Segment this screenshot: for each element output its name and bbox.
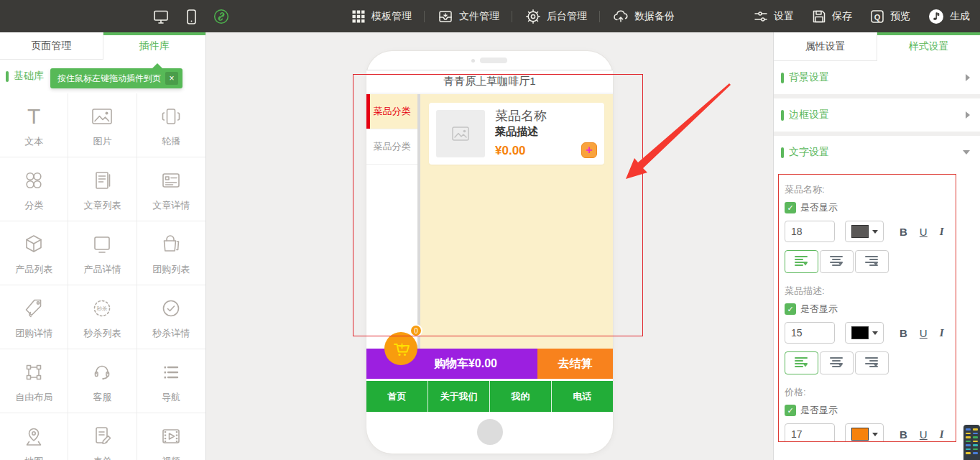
underline-button[interactable]: U (920, 226, 928, 238)
topbar-menu-generate[interactable]: 生成 (928, 8, 970, 25)
tab-style-settings[interactable]: 样式设置 (877, 32, 980, 61)
mobile-icon[interactable] (182, 8, 200, 25)
add-to-cart-button[interactable]: + (581, 142, 597, 158)
menu-label: 保存 (832, 10, 852, 23)
align-center-button[interactable] (820, 351, 854, 374)
bold-button[interactable]: B (900, 226, 907, 238)
checkout-button[interactable]: 去结算 (537, 349, 613, 379)
equalizer-widget (963, 425, 980, 460)
grid-icon (351, 9, 366, 24)
plugin-item-video[interactable]: 视频 (137, 413, 205, 460)
plugin-grid: T文本图片轮播分类文章列表文章详情产品列表产品详情团购列表团购详情秒杀秒杀列表秒… (0, 93, 205, 460)
color-dropdown[interactable] (845, 322, 884, 344)
topbar-menu-preview[interactable]: Q预览 (869, 9, 910, 24)
section-label: 背景设置 (789, 71, 829, 84)
show-checkbox[interactable]: ✓ (785, 303, 796, 315)
plugin-label: 团购列表 (152, 263, 190, 276)
italic-button[interactable]: I (940, 327, 944, 339)
freelayout-icon (21, 359, 47, 386)
plugin-item-map[interactable]: 地图 (0, 413, 68, 460)
equalizer-stripe (966, 428, 971, 431)
plugin-item-seckill-list[interactable]: 秒杀秒杀列表 (68, 285, 137, 349)
plugin-item-text[interactable]: T文本 (0, 93, 68, 157)
align-right-button[interactable] (855, 250, 889, 273)
italic-button[interactable]: I (940, 226, 944, 238)
bold-button[interactable]: B (900, 428, 907, 441)
plugin-label: 客服 (93, 391, 111, 404)
section-background-settings[interactable]: 背景设置 (774, 61, 980, 94)
nav-icon (158, 359, 184, 386)
font-size-input[interactable] (785, 423, 835, 442)
plugin-item-nav[interactable]: 导航 (137, 349, 205, 413)
color-swatch (851, 326, 869, 339)
setting-label: 菜品名称: (785, 183, 948, 196)
font-size-input[interactable] (785, 221, 835, 242)
plugin-item-groupbuy-list[interactable]: 团购列表 (137, 221, 205, 285)
phone-category-item[interactable]: 菜品分类 (366, 129, 417, 165)
phone-nav-item[interactable]: 首页 (366, 381, 427, 412)
equalizer-stripe (966, 452, 971, 454)
topbar-menu-data-backup[interactable]: 数据备份 (612, 8, 675, 25)
plugin-label: 轮播 (162, 135, 180, 148)
underline-button[interactable]: U (920, 428, 928, 441)
plugin-item-seckill-detail[interactable]: 秒杀详情 (137, 285, 205, 349)
align-right-button[interactable] (855, 351, 889, 374)
tab-plugin-library[interactable]: 插件库 (103, 32, 206, 60)
phone-bottom-nav: 首页关于我们我的电话 (366, 381, 613, 412)
menu-label: 模板管理 (371, 10, 412, 23)
color-dropdown[interactable] (845, 221, 884, 242)
align-left-button[interactable] (785, 250, 818, 273)
plugin-item-product-list[interactable]: 产品列表 (0, 221, 68, 285)
plugin-item-form[interactable]: 表单 (68, 413, 137, 460)
desktop-icon[interactable] (152, 8, 170, 25)
section-border-settings[interactable]: 边框设置 (774, 98, 980, 132)
text-style-buttons: BUI (900, 428, 944, 441)
show-checkbox[interactable]: ✓ (785, 405, 796, 416)
topbar-menu-file-manage[interactable]: 文件管理 (437, 8, 499, 25)
plugin-label: 视频 (162, 455, 180, 460)
sliders-icon (753, 9, 769, 24)
seckill-list-icon: 秒杀 (89, 295, 115, 322)
plugin-item-freelayout[interactable]: 自由布局 (0, 349, 68, 413)
plugin-item-article-list[interactable]: 文章列表 (68, 157, 137, 221)
color-dropdown[interactable] (845, 423, 884, 442)
plugin-item-image[interactable]: 图片 (68, 93, 137, 157)
align-center-button[interactable] (820, 250, 854, 273)
phone-home-button[interactable] (477, 419, 503, 445)
phone-nav-item[interactable]: 关于我们 (427, 381, 489, 412)
plugin-label: 文章详情 (152, 199, 190, 212)
phone-category-item[interactable]: 菜品分类 (366, 94, 417, 129)
plugin-item-category[interactable]: 分类 (0, 157, 68, 221)
phone-nav-item[interactable]: 我的 (489, 381, 551, 412)
text-style-buttons: BUI (900, 327, 944, 339)
topbar-menu-template-manage[interactable]: 模板管理 (351, 9, 412, 24)
plugin-item-product-detail[interactable]: 产品详情 (68, 221, 137, 285)
cart-count-badge: 0 (410, 324, 422, 337)
tab-page-manage[interactable]: 页面管理 (0, 32, 103, 60)
font-row: BUI (785, 321, 948, 344)
show-checkbox[interactable]: ✓ (785, 202, 796, 213)
plugin-label: 产品详情 (83, 263, 121, 276)
cart-icon-button[interactable] (384, 332, 417, 365)
tooltip-close-button[interactable]: × (165, 72, 178, 85)
align-left-button[interactable] (785, 351, 818, 374)
font-size-input[interactable] (785, 322, 835, 344)
phone-nav-item[interactable]: 电话 (551, 381, 613, 412)
section-text-settings[interactable]: 文字设置 (774, 136, 980, 169)
plugin-item-groupbuy-detail[interactable]: 团购详情 (0, 285, 68, 349)
bold-button[interactable]: B (900, 327, 907, 339)
plugin-item-service[interactable]: 客服 (68, 349, 137, 413)
italic-button[interactable]: I (940, 428, 944, 441)
plugin-item-article-detail[interactable]: 文章详情 (137, 157, 205, 221)
topbar-menu-admin-manage[interactable]: 后台管理 (524, 8, 587, 25)
align-center-icon (830, 255, 843, 269)
link-icon[interactable] (213, 8, 230, 25)
plugin-item-carousel[interactable]: 轮播 (137, 93, 205, 157)
equalizer-stripe (966, 441, 971, 443)
underline-button[interactable]: U (920, 327, 928, 339)
tab-property-settings[interactable]: 属性设置 (774, 32, 877, 61)
style-settings-panel: 属性设置 样式设置 背景设置 边框设置 文字设置 菜品名称:✓是否显示BUI菜品… (773, 32, 980, 460)
dish-card[interactable]: 菜品名称 菜品描述 ¥0.00 + (429, 103, 604, 165)
topbar-menu-settings[interactable]: 设置 (753, 9, 794, 24)
topbar-menu-save[interactable]: 保存 (811, 9, 852, 24)
